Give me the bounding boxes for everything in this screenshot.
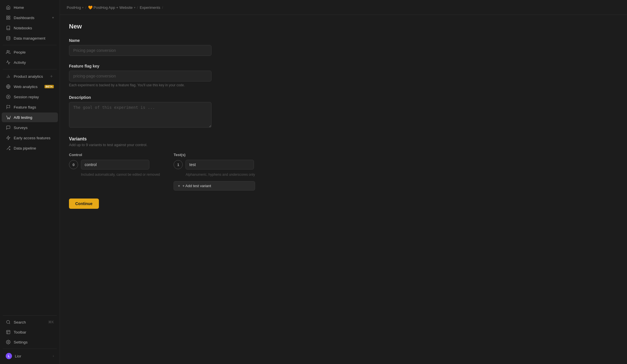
control-badge: 0 [69,160,78,169]
dashboard-icon [6,15,11,20]
svg-line-18 [9,323,10,324]
control-note: Included automatically, cannot be edited… [69,172,160,177]
test-badge: 1 [174,160,183,169]
description-label: Description [69,95,307,100]
page-content: New Name Feature flag key Each experimen… [60,15,316,217]
test-input[interactable] [186,160,254,169]
svg-point-17 [7,320,10,324]
sidebar-item-toolbar[interactable]: Toolbar [2,327,58,337]
breadcrumb-app-label: 🧡 PostHog App + Website [88,5,133,10]
svg-rect-2 [9,18,10,19]
page-title: New [69,23,307,30]
variants-subtitle: Add up to 9 variants to test against you… [69,143,307,147]
breadcrumb-posthog[interactable]: PostHog ▾ [67,5,84,10]
sidebar-item-activity[interactable]: Activity [2,58,58,67]
svg-marker-12 [8,96,9,97]
posthog-chevron-icon: ▾ [82,6,84,9]
breadcrumb-posthog-label: PostHog [67,5,81,10]
search-shortcut: ⌘K [48,320,54,324]
svg-rect-0 [7,16,8,17]
notebook-icon [6,25,11,30]
product-analytics-add-icon[interactable]: + [49,74,54,79]
sidebar-item-people[interactable]: People [2,47,58,57]
home-icon [6,5,11,10]
web-icon [6,84,11,89]
svg-marker-14 [7,136,10,140]
sidebar-item-settings[interactable]: Settings [2,337,58,347]
control-input-row: 0 [69,160,160,169]
user-chevron-icon: › [53,354,54,358]
people-icon [6,50,11,55]
sidebar-item-feature-flags[interactable]: Feature flags [2,102,58,112]
name-section: Name [69,38,307,56]
name-label: Name [69,38,307,43]
sidebar-item-ab-testing[interactable]: A/B testing [2,113,58,122]
early-icon [6,135,11,140]
data-icon [6,36,11,41]
description-textarea[interactable] [69,102,211,128]
svg-rect-19 [7,330,10,334]
web-analytics-beta-badge: BETA [44,85,54,88]
dashboards-chevron-icon: ▾ [52,16,54,20]
main-content: PostHog ▾ / 🧡 PostHog App + Website ▾ / … [60,0,627,364]
test-group: Test(s) 1 Alphanumeric, hyphens and unde… [174,153,255,191]
test-note: Alphanumeric, hyphens and underscores on… [174,172,255,177]
control-input [81,160,149,169]
sidebar-item-session-replay[interactable]: Session replay [2,92,58,102]
flag-icon [6,105,11,110]
settings-icon [6,340,11,345]
sidebar-item-data-management[interactable]: Data management [2,33,58,43]
sidebar-item-early-access[interactable]: Early access features [2,133,58,143]
replay-icon [6,94,11,99]
breadcrumb: PostHog ▾ / 🧡 PostHog App + Website ▾ / … [67,5,163,10]
flag-key-input[interactable] [69,71,211,81]
svg-rect-3 [7,18,8,19]
continue-button[interactable]: Continue [69,199,99,209]
sidebar-item-home[interactable]: Home [2,3,58,12]
variants-title: Variants [69,136,307,142]
description-section: Description [69,95,307,128]
user-menu[interactable]: L Lior › [2,351,58,361]
ab-icon [6,115,11,120]
svg-rect-1 [9,16,10,17]
breadcrumb-app-website[interactable]: 🧡 PostHog App + Website ▾ [88,5,135,10]
survey-icon [6,125,11,130]
toolbar-icon [6,330,11,335]
sidebar-item-product-analytics[interactable]: Product analytics + [2,71,58,81]
breadcrumb-experiments-label: Experiments [140,5,160,10]
breadcrumb-experiments[interactable]: Experiments [140,5,160,10]
svg-point-22 [8,341,9,343]
sidebar-item-dashboards[interactable]: Dashboards ▾ [2,13,58,23]
test-group-label: Test(s) [174,153,255,157]
svg-point-11 [6,95,10,99]
flag-key-section: Feature flag key Each experiment is back… [69,64,307,87]
topbar: PostHog ▾ / 🧡 PostHog App + Website ▾ / … [60,0,627,15]
name-input[interactable] [69,45,211,56]
sidebar-item-data-pipeline[interactable]: Data pipeline [2,143,58,153]
add-variant-plus-icon: + [178,184,180,188]
svg-point-5 [7,50,8,52]
pipeline-icon [6,146,11,151]
avatar: L [6,353,12,359]
add-variant-button[interactable]: + + Add test variant [174,181,255,191]
sidebar-item-surveys[interactable]: Surveys [2,123,58,132]
test-input-row: 1 [174,160,255,169]
activity-icon [6,60,11,65]
svg-point-4 [7,36,10,37]
sidebar-item-search[interactable]: Search ⌘K [2,317,58,327]
control-group-label: Control [69,153,160,157]
sidebar: Home Dashboards ▾ Notebooks Data managem… [0,0,60,364]
sidebar-item-web-analytics[interactable]: Web analytics BETA [2,82,58,91]
search-icon [6,320,11,325]
app-chevron-icon: ▾ [134,6,135,9]
sidebar-item-notebooks[interactable]: Notebooks [2,23,58,33]
flag-key-hint: Each experiment is backed by a feature f… [69,83,307,87]
variants-columns: Control 0 Included automatically, cannot… [69,153,307,191]
flag-key-label: Feature flag key [69,64,307,68]
variants-section: Variants Add up to 9 variants to test ag… [69,136,307,191]
chart-icon [6,74,11,79]
control-group: Control 0 Included automatically, cannot… [69,153,160,177]
